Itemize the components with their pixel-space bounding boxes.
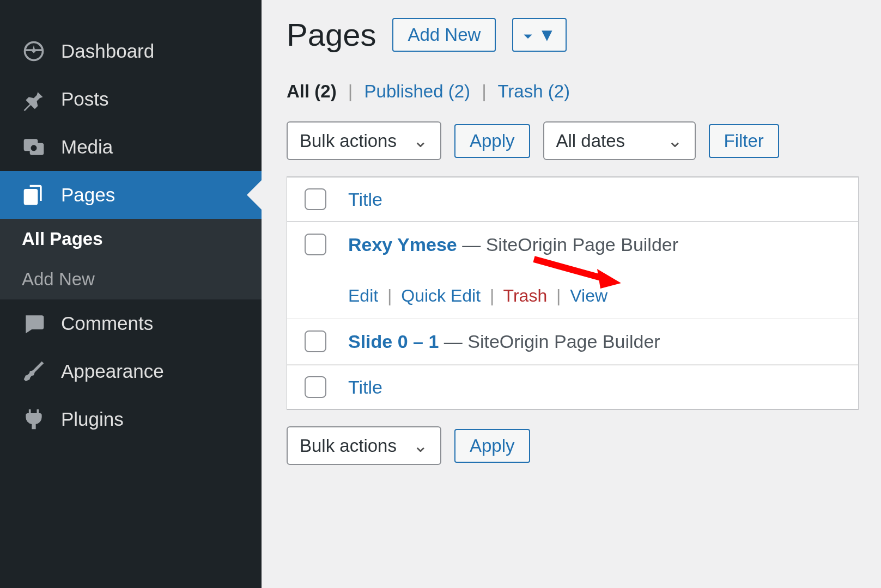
filter-button[interactable]: Filter [709, 124, 779, 158]
sidebar-submenu: All Pages Add New [0, 219, 262, 299]
plug-icon [22, 407, 46, 431]
filter-all[interactable]: All (2) [287, 81, 342, 101]
pages-icon [22, 183, 46, 207]
page-title-suffix: — SiteOrigin Page Builder [462, 234, 678, 255]
sidebar-item-label: Pages [61, 184, 115, 206]
page-title-suffix: — SiteOrigin Page Builder [444, 331, 660, 352]
page-title-link[interactable]: Slide 0 – 1 [348, 331, 439, 352]
row-title: Rexy Ymese — SiteOrigin Page Builder [348, 234, 678, 255]
row-checkbox[interactable] [305, 234, 326, 255]
filter-published[interactable]: Published (2) [364, 81, 476, 101]
row-actions: Edit | Quick Edit | Trash | View [305, 286, 841, 306]
action-edit[interactable]: Edit [348, 286, 378, 305]
sidebar-item-label: Dashboard [61, 40, 154, 62]
comments-icon [22, 311, 46, 335]
filter-trash[interactable]: Trash (2) [497, 81, 570, 101]
submenu-all-pages[interactable]: All Pages [0, 219, 262, 259]
admin-sidebar: Dashboard Posts Media Pages All Pages Ad… [0, 0, 262, 588]
sidebar-item-posts[interactable]: Posts [0, 75, 262, 123]
column-header-title[interactable]: Title [348, 189, 382, 210]
page-header: Pages Add New ▼ [287, 16, 881, 53]
action-trash[interactable]: Trash [503, 286, 548, 305]
sidebar-item-label: Media [61, 136, 113, 158]
status-filters: All (2) | Published (2) | Trash (2) [287, 81, 881, 102]
chevron-down-icon: ⌄ [413, 130, 428, 151]
submenu-add-new[interactable]: Add New [0, 259, 262, 299]
apply-button[interactable]: Apply [454, 124, 530, 158]
main-content: Pages Add New ▼ All (2) | Published (2) … [262, 0, 881, 588]
sidebar-item-media[interactable]: Media [0, 123, 262, 171]
sidebar-item-label: Plugins [61, 408, 124, 430]
sidebar-item-label: Comments [61, 313, 153, 334]
table-row: Rexy Ymese — SiteOrigin Page Builder Edi… [287, 222, 858, 318]
action-quick-edit[interactable]: Quick Edit [401, 286, 481, 305]
sidebar-item-label: Posts [61, 88, 109, 110]
page-title-link[interactable]: Rexy Ymese [348, 234, 457, 255]
column-footer-title[interactable]: Title [348, 377, 382, 398]
page-title: Pages [287, 16, 376, 53]
table-row: Slide 0 – 1 — SiteOrigin Page Builder [287, 318, 858, 365]
pin-icon [22, 87, 46, 111]
date-filter-select[interactable]: All dates ⌄ [543, 121, 696, 160]
sidebar-item-pages[interactable]: Pages [0, 171, 262, 219]
chevron-down-icon: ⌄ [413, 435, 428, 456]
brush-icon [22, 359, 46, 383]
media-icon [22, 135, 46, 159]
caret-down-icon: ▼ [523, 24, 556, 45]
chevron-down-icon: ⌄ [667, 130, 683, 151]
bulk-actions-select[interactable]: Bulk actions ⌄ [287, 121, 441, 160]
add-new-button[interactable]: Add New [392, 18, 496, 52]
row-checkbox[interactable] [305, 330, 326, 352]
table-footer: Title [287, 365, 858, 409]
top-toolbar: Bulk actions ⌄ Apply All dates ⌄ Filter [287, 121, 881, 160]
sidebar-item-appearance[interactable]: Appearance [0, 347, 262, 395]
bulk-actions-select-bottom[interactable]: Bulk actions ⌄ [287, 426, 441, 465]
sidebar-item-plugins[interactable]: Plugins [0, 395, 262, 443]
apply-button-bottom[interactable]: Apply [454, 429, 530, 463]
sidebar-item-dashboard[interactable]: Dashboard [0, 27, 262, 75]
sidebar-item-comments[interactable]: Comments [0, 299, 262, 347]
pages-table: Title Rexy Ymese — SiteOrigin Page Build… [287, 176, 859, 410]
select-all-checkbox-footer[interactable] [305, 376, 326, 398]
select-all-checkbox[interactable] [305, 188, 326, 210]
bottom-toolbar: Bulk actions ⌄ Apply [287, 426, 881, 465]
row-title: Slide 0 – 1 — SiteOrigin Page Builder [348, 331, 660, 352]
dashboard-icon [22, 39, 46, 63]
sidebar-item-label: Appearance [61, 360, 164, 382]
add-new-dropdown-button[interactable]: ▼ [512, 18, 567, 52]
table-header: Title [287, 177, 858, 222]
action-view[interactable]: View [570, 286, 607, 305]
